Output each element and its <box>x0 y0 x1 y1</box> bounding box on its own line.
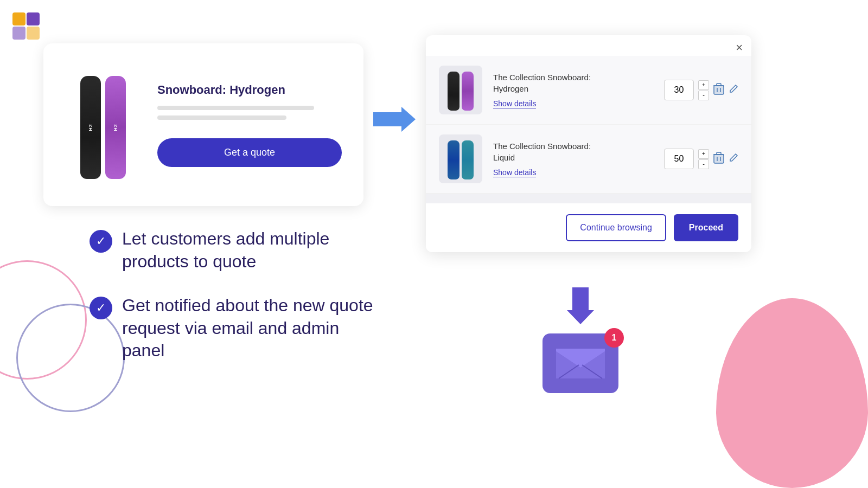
quantity-stepper-1: + - <box>698 80 709 100</box>
continue-browsing-button[interactable]: Continue browsing <box>566 214 666 241</box>
quote-item-controls-2: 50 + - <box>664 149 738 169</box>
quote-item-name-1: The Collection Snowboard: Hydrogen <box>493 72 655 94</box>
quote-item-2: The Collection Snowboard: Liquid Show de… <box>426 125 751 194</box>
trash-icon-2 <box>713 152 724 164</box>
arrow-icon <box>373 106 417 133</box>
mini-snowboard-purple-1 <box>462 72 474 111</box>
delete-item-2[interactable] <box>713 152 724 166</box>
quantity-stepper-2: + - <box>698 149 709 169</box>
feature-text-2: Get notified about the new quote request… <box>122 294 382 362</box>
email-notification: 1 <box>542 333 618 393</box>
close-button[interactable]: × <box>736 42 743 54</box>
snowboard-purple: H2 <box>105 76 126 179</box>
svg-rect-4 <box>27 27 40 40</box>
product-image: H2 H2 <box>65 70 141 179</box>
show-details-link-2[interactable]: Show details <box>493 168 536 177</box>
quote-actions: Continue browsing Proceed <box>426 203 751 252</box>
snowboard-dark: H2 <box>80 76 101 179</box>
svg-rect-12 <box>714 155 724 163</box>
trash-icon-1 <box>713 83 724 95</box>
mini-snowboard-teal-2 <box>462 140 474 179</box>
quote-panel-header: × <box>426 35 751 56</box>
feature-text-1: Let customers add multiple products to q… <box>122 228 382 273</box>
proceed-button[interactable]: Proceed <box>674 214 738 241</box>
feature-item-2: ✓ Get notified about the new quote reque… <box>90 294 382 362</box>
quote-divider <box>426 194 751 203</box>
edit-item-2[interactable] <box>729 153 738 165</box>
arrow-right <box>373 106 417 135</box>
edit-item-1[interactable] <box>729 84 738 96</box>
get-quote-button[interactable]: Get a quote <box>157 138 342 167</box>
bg-blob-pink <box>716 298 868 488</box>
svg-marker-18 <box>567 287 594 324</box>
product-desc-line-2 <box>157 115 286 120</box>
show-details-link-1[interactable]: Show details <box>493 99 536 108</box>
product-info: Snowboard: Hydrogen Get a quote <box>157 83 342 167</box>
quote-item-image-2 <box>439 134 482 183</box>
down-arrow-icon <box>567 287 594 325</box>
product-title: Snowboard: Hydrogen <box>157 83 342 97</box>
quote-item-info-1: The Collection Snowboard: Hydrogen Show … <box>493 72 655 108</box>
mini-snowboard-dark-1 <box>448 72 459 111</box>
feature-item-1: ✓ Let customers add multiple products to… <box>90 228 382 273</box>
quote-item-name-2: The Collection Snowboard: Liquid <box>493 140 655 163</box>
check-circle-2: ✓ <box>90 297 112 319</box>
svg-rect-3 <box>12 27 25 40</box>
svg-rect-6 <box>714 86 724 94</box>
quote-item-info-2: The Collection Snowboard: Liquid Show de… <box>493 140 655 177</box>
envelope-icon <box>556 346 605 381</box>
product-card: H2 H2 Snowboard: Hydrogen Get a quote <box>43 43 363 206</box>
quantity-display-2: 50 <box>664 149 694 169</box>
product-desc-line-1 <box>157 106 314 110</box>
quantity-decrease-1[interactable]: - <box>698 91 709 100</box>
svg-rect-1 <box>12 12 25 25</box>
quote-item-controls-1: 30 + - <box>664 80 738 100</box>
notification-badge: 1 <box>604 328 624 348</box>
quantity-decrease-2[interactable]: - <box>698 159 709 169</box>
snowboard-illustration: H2 H2 <box>80 70 126 179</box>
mini-snowboard-blue-2 <box>448 140 459 179</box>
quote-item-1: The Collection Snowboard: Hydrogen Show … <box>426 56 751 125</box>
svg-marker-5 <box>373 107 416 132</box>
features-list: ✓ Let customers add multiple products to… <box>90 228 382 384</box>
quote-panel: × The Collection Snowboard: Hydrogen Sho… <box>426 35 751 252</box>
svg-rect-2 <box>27 12 40 25</box>
edit-icon-1 <box>729 84 738 94</box>
check-circle-1: ✓ <box>90 230 112 253</box>
quantity-display-1: 30 <box>664 80 694 100</box>
quantity-increase-1[interactable]: + <box>698 80 709 90</box>
quote-item-image-1 <box>439 66 482 114</box>
quantity-increase-2[interactable]: + <box>698 149 709 159</box>
logo <box>10 10 42 42</box>
edit-icon-2 <box>729 153 738 163</box>
notification-area: 1 <box>542 287 618 393</box>
delete-item-1[interactable] <box>713 83 724 98</box>
